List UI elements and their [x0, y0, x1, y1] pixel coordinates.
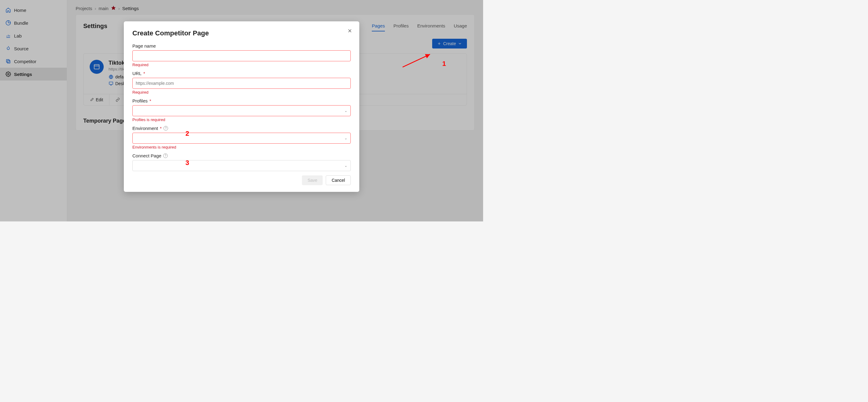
close-button[interactable]	[346, 27, 353, 34]
modal-overlay: Create Competitor Page Page name Require…	[0, 0, 483, 221]
profiles-label: Profiles	[132, 98, 148, 103]
url-label: URL	[132, 71, 142, 76]
page-name-label: Page name	[132, 43, 156, 49]
connect-page-label: Connect Page	[132, 153, 161, 158]
modal-title: Create Competitor Page	[132, 29, 351, 37]
page-name-input[interactable]	[132, 50, 351, 61]
save-button[interactable]: Save	[302, 175, 323, 185]
url-error: Required	[132, 90, 351, 95]
chevron-down-icon: ⌄	[344, 109, 347, 113]
environment-select[interactable]: ⌄	[132, 133, 351, 144]
profiles-error: Profiles is required	[132, 117, 351, 122]
cancel-button[interactable]: Cancel	[326, 175, 351, 185]
required-marker: *	[143, 71, 145, 76]
url-input[interactable]	[132, 78, 351, 89]
help-icon[interactable]: ?	[163, 126, 168, 130]
environment-error: Environments is required	[132, 145, 351, 150]
page-name-error: Required	[132, 63, 351, 67]
connect-page-select[interactable]: ⌄	[132, 160, 351, 171]
environment-label: Environment	[132, 126, 158, 131]
chevron-down-icon: ⌄	[344, 136, 347, 140]
create-competitor-modal: Create Competitor Page Page name Require…	[124, 21, 359, 192]
chevron-down-icon: ⌄	[344, 163, 347, 168]
help-icon[interactable]: ?	[163, 153, 168, 158]
required-marker: *	[160, 126, 162, 131]
close-icon	[347, 28, 352, 34]
profiles-select[interactable]: ⌄	[132, 105, 351, 116]
required-marker: *	[150, 98, 151, 103]
